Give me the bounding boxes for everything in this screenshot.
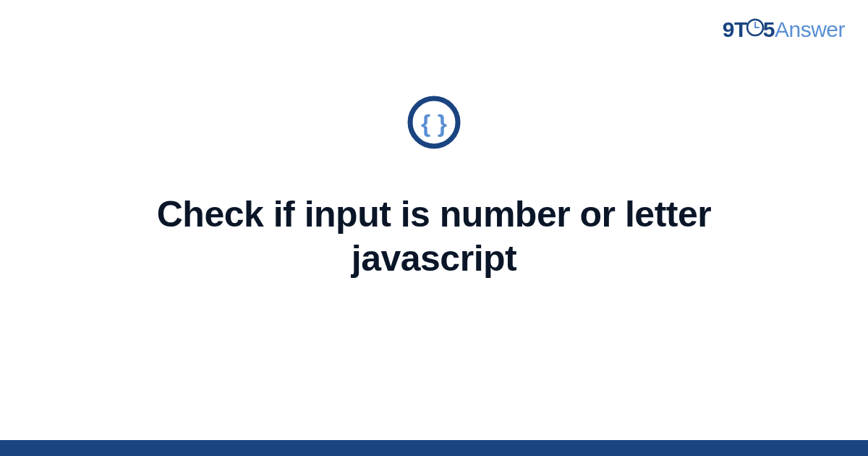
main-content: { } Check if input is number or letter j…	[0, 94, 868, 281]
footer-bar	[0, 440, 868, 456]
svg-text:{ }: { }	[421, 109, 447, 137]
page-title: Check if input is number or letter javas…	[87, 193, 781, 281]
logo-clock-icon	[746, 17, 765, 42]
logo-text-9t: 9T	[723, 17, 747, 41]
code-braces-icon: { }	[406, 94, 462, 151]
site-logo: 9T5Answer	[723, 17, 845, 43]
logo-text-answer: Answer	[775, 17, 845, 41]
logo-text-5: 5	[763, 17, 775, 41]
